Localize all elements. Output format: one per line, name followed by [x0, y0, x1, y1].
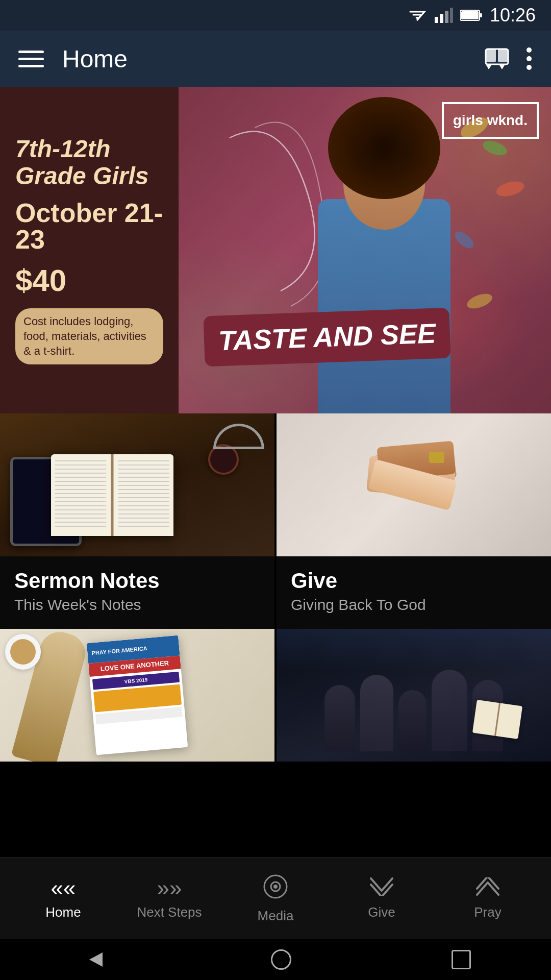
study-card[interactable]: [277, 629, 551, 762]
svg-rect-2: [445, 11, 448, 23]
more-vertical-icon: [525, 46, 533, 71]
sermon-notes-card[interactable]: Sermon Notes This Week's Notes: [0, 413, 274, 629]
chat-button[interactable]: [485, 48, 509, 69]
hero-grade: 7th-12th Grade Girls: [15, 136, 163, 190]
bottom-cards: PRAY FOR AMERICA LOVE ONE ANOTHER VBS 20…: [0, 629, 551, 762]
top-nav-left: Home: [18, 45, 128, 73]
give-image: [277, 413, 551, 556]
bible-illustration: [51, 454, 173, 536]
nav-give[interactable]: Give: [329, 872, 435, 925]
top-nav-right: [485, 46, 533, 71]
newsletter-image: PRAY FOR AMERICA LOVE ONE ANOTHER VBS 20…: [0, 629, 274, 762]
give-nav-icon: [370, 877, 393, 899]
page-title: Home: [62, 45, 128, 73]
status-icons: 10:26: [407, 5, 536, 26]
chat-icon: [485, 48, 509, 69]
middle-card-grid: Sermon Notes This Week's Notes: [0, 413, 551, 629]
battery-icon: [460, 9, 483, 22]
bottom-navigation: «« Home »» Next Steps Media Give: [0, 857, 551, 939]
back-icon: [86, 950, 105, 969]
hero-right: TASTE AND SEE girls wknd.: [179, 87, 551, 413]
nav-next-steps[interactable]: »» Next Steps: [116, 872, 222, 925]
top-nav: Home: [0, 31, 551, 87]
android-home-button[interactable]: [271, 949, 291, 970]
give-icon-svg: [370, 877, 393, 896]
study-image: [277, 629, 551, 762]
give-title: Give: [291, 569, 537, 593]
svg-rect-1: [440, 14, 443, 23]
pray-icon-svg: [476, 877, 499, 896]
signal-icon: [435, 8, 453, 23]
sermon-notes-title: Sermon Notes: [14, 569, 260, 593]
hero-event-name: TASTE AND SEE: [203, 307, 450, 366]
home-nav-icon: ««: [51, 877, 76, 899]
hero-price: $40: [15, 263, 163, 298]
media-nav-label: Media: [258, 908, 294, 924]
android-back-button[interactable]: [80, 944, 111, 975]
svg-point-10: [527, 47, 532, 53]
media-nav-icon: [263, 874, 288, 903]
hero-left: 7th-12th Grade Girls October 21-23 $40 C…: [0, 87, 179, 413]
home-nav-label: Home: [45, 904, 81, 920]
svg-rect-9: [498, 49, 508, 62]
android-navigation: [0, 939, 551, 980]
give-card[interactable]: Give Giving Back To God: [277, 413, 551, 629]
svg-rect-8: [486, 49, 496, 62]
sermon-notes-image: [0, 413, 274, 556]
svg-point-12: [527, 65, 532, 70]
svg-rect-5: [461, 11, 479, 19]
svg-point-21: [273, 885, 278, 889]
status-time: 10:26: [490, 5, 536, 26]
next-steps-nav-label: Next Steps: [137, 904, 202, 920]
android-recent-button[interactable]: [452, 950, 471, 969]
hero-photo: TASTE AND SEE girls wknd.: [179, 87, 551, 413]
svg-rect-6: [480, 13, 482, 17]
more-options-button[interactable]: [525, 46, 533, 71]
nav-home[interactable]: «« Home: [10, 872, 116, 925]
coffee-illustration: [5, 634, 41, 670]
hero-dates: October 21-23: [15, 200, 163, 253]
sermon-notes-info: Sermon Notes This Week's Notes: [0, 556, 274, 629]
nav-media[interactable]: Media: [222, 869, 329, 929]
hero-description: Cost includes lodging, food, materials, …: [15, 308, 163, 364]
svg-point-11: [527, 56, 532, 61]
sermon-notes-subtitle: This Week's Notes: [14, 596, 260, 614]
svg-rect-3: [450, 8, 453, 23]
nav-pray[interactable]: Pray: [435, 872, 541, 925]
newsletter-paper: PRAY FOR AMERICA LOVE ONE ANOTHER VBS 20…: [87, 635, 188, 755]
hero-banner[interactable]: 7th-12th Grade Girls October 21-23 $40 C…: [0, 87, 551, 413]
give-nav-label: Give: [368, 904, 395, 920]
book-illustration: [472, 700, 522, 739]
pray-nav-label: Pray: [474, 904, 501, 920]
next-steps-nav-icon: »»: [157, 877, 182, 899]
pray-nav-icon: [476, 877, 499, 899]
person-figure: [287, 107, 481, 413]
give-info: Give Giving Back To God: [277, 556, 551, 629]
hero-brand-badge: girls wknd.: [442, 102, 539, 139]
media-icon-svg: [263, 874, 288, 899]
wifi-icon: [407, 8, 428, 23]
svg-rect-0: [435, 17, 438, 23]
status-bar: 10:26: [0, 0, 551, 31]
hamburger-menu-button[interactable]: [18, 51, 44, 67]
hands-illustration: [363, 429, 465, 531]
newsletter-card[interactable]: PRAY FOR AMERICA LOVE ONE ANOTHER VBS 20…: [0, 629, 274, 762]
give-subtitle: Giving Back To God: [291, 596, 537, 614]
svg-marker-22: [89, 952, 103, 967]
